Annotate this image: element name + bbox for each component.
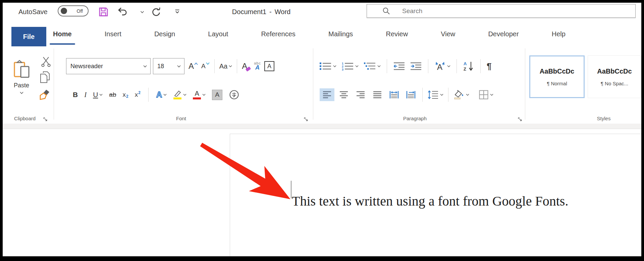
paragraph-dialog-launcher[interactable]	[518, 117, 522, 123]
numbered-list-icon: 1 2 3	[341, 61, 354, 71]
undo-button[interactable]	[117, 7, 127, 16]
font-size-combo[interactable]: 18	[153, 58, 184, 74]
sort-az-icon: A Z	[463, 61, 474, 72]
italic-button[interactable]: I	[84, 90, 87, 100]
search-input[interactable]	[402, 7, 603, 15]
tab-help[interactable]: Help	[551, 28, 566, 40]
align-right-button[interactable]	[353, 88, 368, 101]
increase-indent-button[interactable]	[409, 61, 423, 72]
save-icon	[98, 7, 109, 17]
enclose-character-button[interactable]: A	[264, 60, 275, 72]
clear-formatting-button[interactable]: A	[241, 61, 251, 72]
tab-view[interactable]: View	[440, 28, 456, 40]
chevron-down-icon	[202, 94, 206, 96]
decrease-indent-button[interactable]	[392, 61, 406, 72]
chevron-down-icon	[440, 94, 443, 96]
tab-file[interactable]: File	[11, 27, 46, 46]
align-center-button[interactable]	[336, 88, 351, 101]
bulleted-list-icon	[319, 61, 332, 71]
text-highlight-color-button[interactable]	[172, 89, 187, 100]
grow-font-button[interactable]: A	[188, 61, 199, 72]
bold-button[interactable]: B	[72, 90, 78, 99]
document-text[interactable]: This text is written using a font from G…	[292, 193, 568, 209]
paste-button[interactable]: Paste	[7, 52, 36, 102]
clipboard-dialog-launcher[interactable]	[43, 117, 48, 123]
bullets-button[interactable]	[318, 61, 337, 72]
chevron-down-icon	[466, 94, 469, 96]
character-shading-button[interactable]: A	[211, 89, 223, 101]
font-group-label: Font	[148, 116, 215, 121]
tab-developer[interactable]: Developer	[487, 28, 519, 40]
tab-home[interactable]: Home	[52, 28, 72, 40]
strikethrough-button[interactable]: ab	[108, 90, 117, 99]
tab-references[interactable]: References	[261, 28, 296, 40]
word-window: AutoSave Off	[3, 3, 641, 256]
chevron-down-icon	[140, 11, 144, 13]
font-color-button[interactable]: A	[192, 89, 206, 100]
align-left-button[interactable]	[320, 88, 334, 101]
line-spacing-icon	[427, 90, 439, 99]
svg-text:3: 3	[342, 68, 343, 71]
copy-button[interactable]	[39, 71, 51, 84]
tab-review[interactable]: Review	[385, 28, 409, 40]
circled-character-icon	[229, 89, 239, 100]
cut-button[interactable]	[40, 56, 52, 68]
save-button[interactable]	[98, 7, 109, 17]
redo-icon	[151, 7, 161, 17]
text-effects-button[interactable]: A	[156, 89, 167, 100]
font-name-combo[interactable]: Newsreader	[66, 58, 151, 74]
underline-button[interactable]: U	[92, 90, 103, 99]
show-formatting-marks-button[interactable]: ¶	[486, 60, 492, 72]
shrink-font-button[interactable]: A	[201, 62, 210, 71]
style-no-spacing[interactable]: AaBbCcDc ¶ No Spac...	[588, 55, 641, 98]
customize-quick-access-toolbar-button[interactable]	[174, 9, 180, 14]
font-color-swatch	[193, 97, 201, 99]
tab-design[interactable]: Design	[154, 28, 176, 40]
search-icon	[382, 7, 390, 15]
borders-grid-icon	[479, 90, 489, 100]
autosave-toggle[interactable]: Off	[58, 5, 89, 16]
enclose-characters-button[interactable]	[228, 89, 240, 101]
svg-text:A: A	[464, 61, 467, 66]
search-box[interactable]	[367, 4, 636, 18]
line-spacing-button[interactable]	[427, 89, 444, 100]
window-title: Document1 - Word	[232, 8, 290, 16]
undo-icon	[117, 7, 127, 16]
ribbon-home: Paste	[3, 47, 641, 124]
text-cursor	[291, 181, 291, 198]
borders-button[interactable]	[478, 89, 494, 100]
shading-button[interactable]	[452, 89, 470, 100]
chevron-down-icon	[20, 92, 23, 94]
chevron-down-icon	[183, 94, 186, 96]
asian-layout-button[interactable]: A	[434, 60, 451, 72]
undo-dropdown-button[interactable]	[140, 11, 144, 13]
highlighter-pen-icon	[173, 90, 182, 99]
subscript-button[interactable]: x 2	[122, 90, 129, 99]
autosave-label: AutoSave	[18, 8, 48, 16]
multilevel-list-button[interactable]	[363, 61, 381, 72]
clipboard-group-label: Clipboard	[3, 116, 58, 121]
tab-mailings[interactable]: Mailings	[328, 28, 354, 40]
chevron-down-icon	[490, 94, 493, 96]
format-painter-button[interactable]	[38, 88, 52, 101]
chevron-down-icon	[163, 94, 167, 96]
paste-clipboard-icon	[13, 60, 30, 79]
distribute-text-button[interactable]	[387, 88, 401, 101]
paragraph-group-label: Paragraph	[381, 116, 448, 121]
tab-layout[interactable]: Layout	[207, 28, 229, 40]
tab-insert[interactable]: Insert	[104, 28, 122, 40]
sort-button[interactable]: A Z	[462, 60, 475, 72]
phonetic-guide-button[interactable]: abc A	[253, 60, 262, 72]
superscript-button[interactable]: x 2	[134, 90, 141, 99]
chevron-down-icon	[377, 65, 381, 68]
style-normal[interactable]: AaBbCcDc ¶ Normal	[529, 55, 585, 98]
font-dialog-launcher[interactable]	[304, 117, 308, 123]
justify-button[interactable]	[370, 88, 385, 101]
character-spacing-button[interactable]	[404, 88, 418, 101]
change-case-button[interactable]: Aa	[219, 62, 233, 71]
align-left-icon	[322, 91, 332, 99]
chevron-down-icon	[447, 65, 450, 68]
scissors-icon	[41, 56, 51, 67]
numbering-button[interactable]: 1 2 3	[340, 61, 359, 72]
redo-button[interactable]	[151, 7, 161, 17]
